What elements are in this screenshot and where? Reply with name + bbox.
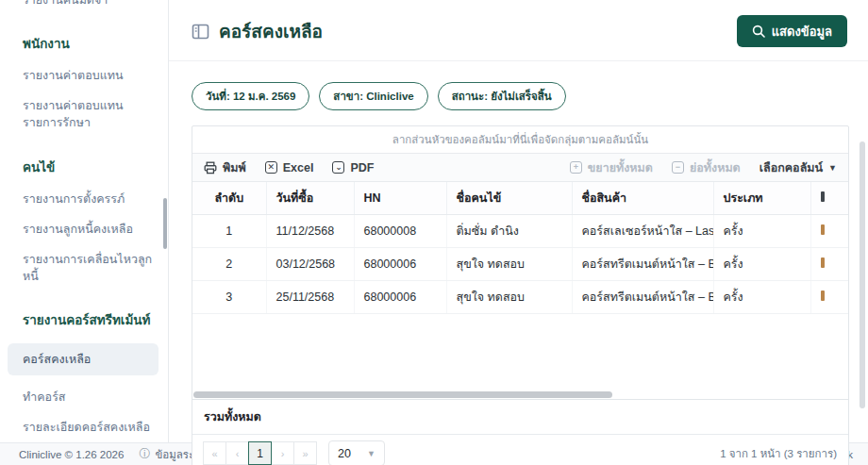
collapse-all-button[interactable]: − ย่อทั้งหมด: [672, 158, 741, 177]
page-number-button[interactable]: 1: [248, 441, 272, 465]
table-header-row: ลำดับ วันที่ซื้อ HN ชื่อคนไข้ ชื่อสินค้า…: [192, 182, 848, 215]
collapse-all-icon: −: [672, 161, 684, 174]
page-size-value: 20: [338, 447, 351, 460]
sidebar-item-pregnancy-report[interactable]: รายงานการตั้งครรภ์: [23, 191, 159, 208]
excel-icon: ✕: [265, 161, 277, 174]
cell-product-name: คอร์สเลเซอร์หน้าใส – Laser ...: [572, 215, 713, 248]
cell-clipped: [810, 248, 848, 281]
column-header-patient-name[interactable]: ชื่อคนไข้: [446, 182, 572, 215]
next-page-button[interactable]: ›: [271, 441, 294, 465]
sidebar-item-debtor-movement-report[interactable]: รายงานการเคลื่อนไหวลูกหนี้: [23, 251, 159, 285]
horizontal-scrollbar[interactable]: [192, 390, 848, 399]
cell-product-name: คอร์สทรีตเมนต์หน้าใส – Brig...: [572, 281, 713, 314]
expand-all-icon: +: [570, 161, 582, 174]
app-root: รายงานคนมัดจำ พนักงาน รายงานค่าตอบแทน รา…: [0, 0, 868, 465]
pagination-bar: « ‹ 1 › » 20 ▼ 1 จาก 1 หน้า (3 รายการ): [192, 434, 848, 465]
grid-empty-space: [192, 314, 848, 390]
sidebar-item-deposit-report[interactable]: รายงานคนมัดจำ: [23, 0, 159, 8]
cell-type: ครั้ง: [713, 281, 810, 314]
clipped-cell-fragment: [821, 291, 825, 301]
page-title: คอร์สคงเหลือ: [219, 17, 323, 45]
cell-purchase-date: 25/11/2568: [266, 281, 354, 314]
cell-hn: 68000008: [354, 215, 446, 248]
sidebar: รายงานคนมัดจำ พนักงาน รายงานค่าตอบแทน รา…: [0, 0, 169, 442]
choose-columns-button[interactable]: เลือกคอลัมน์ ▼: [760, 158, 837, 177]
sidebar-item-remaining-course-details[interactable]: รายละเอียดคอร์สคงเหลือ: [23, 419, 159, 436]
print-button[interactable]: พิมพ์: [204, 158, 246, 177]
chevron-down-icon: ▼: [367, 449, 376, 458]
horizontal-scrollbar-thumb[interactable]: [193, 391, 612, 398]
sidebar-item-outstanding-debtors-report[interactable]: รายงานลูกหนี้คงเหลือ: [23, 221, 159, 238]
excel-label: Excel: [283, 161, 314, 174]
chevron-down-icon: ▼: [828, 163, 837, 173]
collapse-all-label: ย่อทั้งหมด: [690, 158, 741, 177]
cell-product-name: คอร์สทรีตเมนต์หน้าใส – Brig...: [572, 248, 713, 281]
expand-all-label: ขยายทั้งหมด: [588, 158, 653, 177]
total-row: รวมทั้งหมด: [192, 399, 848, 434]
cell-type: ครั้ง: [713, 215, 810, 248]
vertical-scrollbar[interactable]: [860, 141, 865, 408]
choose-columns-label: เลือกคอลัมน์: [760, 158, 823, 177]
last-page-button[interactable]: »: [293, 441, 317, 465]
table-row[interactable]: 1 11/12/2568 68000008 ติ่มซั่ม ดำนิง คอร…: [192, 215, 848, 248]
clipped-cell-fragment: [821, 224, 825, 235]
pdf-icon: ⌄: [332, 161, 344, 174]
cell-index: 1: [192, 215, 266, 248]
sidebar-item-compensation-report[interactable]: รายงานค่าตอบแทน: [23, 67, 159, 84]
cell-purchase-date: 11/12/2568: [266, 215, 354, 248]
search-icon: [752, 25, 765, 38]
filter-chips: วันที่: 12 ม.ค. 2569 สาขา: Cliniclive สถ…: [169, 61, 868, 110]
sidebar-section-treatment-courses: รายงานคอร์สทรีทเม้นท์: [23, 309, 159, 330]
column-header-index[interactable]: ลำดับ: [192, 182, 266, 215]
show-data-button[interactable]: แสดงข้อมูล: [737, 15, 847, 47]
filter-chip-branch[interactable]: สาขา: Cliniclive: [319, 82, 427, 110]
cell-index: 3: [192, 281, 266, 314]
cell-clipped: [810, 281, 848, 314]
export-pdf-button[interactable]: ⌄ PDF: [332, 161, 374, 174]
column-header-product-name[interactable]: ชื่อสินค้า: [572, 182, 713, 215]
export-excel-button[interactable]: ✕ Excel: [265, 161, 314, 174]
main-content: คอร์สคงเหลือ แสดงข้อมูล วันที่: 12 ม.ค. …: [169, 0, 868, 442]
table-row[interactable]: 2 03/12/2568 68000006 สุขใจ ทดสอบ คอร์สท…: [192, 248, 848, 281]
sidebar-item-do-course[interactable]: ทำคอร์ส: [23, 389, 159, 406]
data-grid: ลากส่วนหัวของคอลัมน์มาที่นี่เพื่อจัดกลุ่…: [192, 125, 849, 465]
pagination-info: 1 จาก 1 หน้า (3 รายการ): [720, 445, 837, 462]
cell-patient-name: สุขใจ ทดสอบ: [446, 281, 572, 314]
page-size-select[interactable]: 20 ▼: [328, 440, 385, 465]
prev-page-button[interactable]: ‹: [225, 441, 249, 465]
column-header-hn[interactable]: HN: [354, 182, 446, 215]
app-version: Cliniclive © 1.26 2026: [19, 449, 124, 460]
info-icon: ⓘ: [139, 446, 150, 462]
report-icon: [192, 23, 209, 41]
column-header-purchase-date[interactable]: วันที่ซื้อ: [266, 182, 354, 215]
table-row[interactable]: 3 25/11/2568 68000006 สุขใจ ทดสอบ คอร์สท…: [192, 281, 848, 314]
print-label: พิมพ์: [223, 158, 246, 177]
first-page-button[interactable]: «: [203, 441, 226, 465]
results-table: ลำดับ วันที่ซื้อ HN ชื่อคนไข้ ชื่อสินค้า…: [192, 182, 848, 314]
sidebar-scrollbar[interactable]: [163, 198, 167, 249]
cell-hn: 68000006: [354, 248, 446, 281]
cell-clipped: [810, 215, 848, 248]
cell-patient-name: สุขใจ ทดสอบ: [446, 248, 572, 281]
sidebar-item-treatment-compensation-report[interactable]: รายงานค่าตอบแทนรายการรักษา: [23, 97, 159, 131]
expand-all-button[interactable]: + ขยายทั้งหมด: [570, 158, 653, 177]
show-data-label: แสดงข้อมูล: [772, 22, 832, 42]
sidebar-section-employees: พนักงาน: [23, 33, 159, 54]
printer-icon: [204, 161, 217, 174]
cell-purchase-date: 03/12/2568: [266, 248, 354, 281]
column-header-type[interactable]: ประเภท: [713, 182, 810, 215]
grid-toolbar: พิมพ์ ✕ Excel ⌄ PDF + ขยายทั้งหมด: [192, 154, 848, 182]
cell-patient-name: ติ่มซั่ม ดำนิง: [446, 215, 572, 248]
sidebar-item-remaining-courses[interactable]: คอร์สคงเหลือ: [8, 343, 159, 375]
cell-hn: 68000006: [354, 281, 446, 314]
clipped-column-fragment: [821, 191, 825, 202]
filter-chip-date[interactable]: วันที่: 12 ม.ค. 2569: [192, 82, 309, 110]
cell-type: ครั้ง: [713, 248, 810, 281]
column-header-clipped[interactable]: [810, 182, 848, 215]
page-header: คอร์สคงเหลือ แสดงข้อมูล: [169, 0, 868, 61]
cell-index: 2: [192, 248, 266, 281]
sidebar-section-patients: คนไข้: [23, 157, 159, 177]
pdf-label: PDF: [350, 161, 374, 174]
group-by-drop-zone[interactable]: ลากส่วนหัวของคอลัมน์มาที่นี่เพื่อจัดกลุ่…: [192, 126, 848, 154]
filter-chip-status[interactable]: สถานะ: ยังไม่เสร็จสิ้น: [438, 82, 566, 110]
